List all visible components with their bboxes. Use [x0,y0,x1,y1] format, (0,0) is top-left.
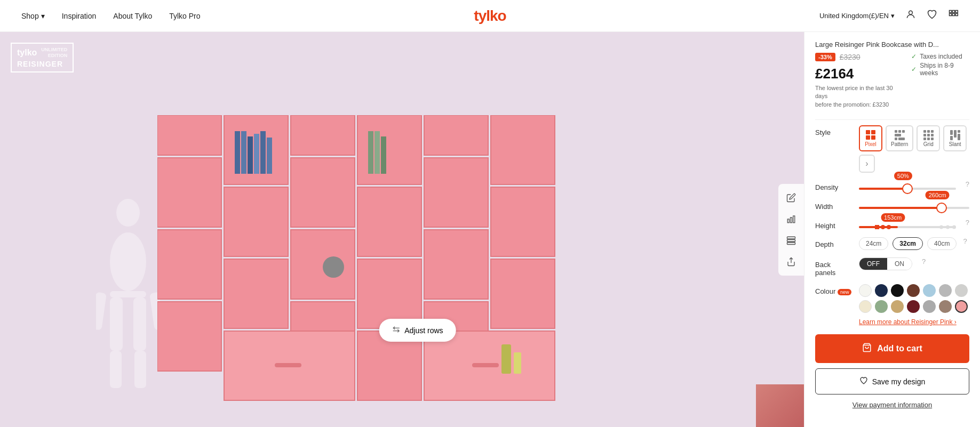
width-track[interactable]: 260cm [859,207,969,209]
style-option-pattern[interactable]: Pattern [886,125,913,151]
style-option-more[interactable]: › [859,155,875,173]
swatch-tan[interactable] [891,300,904,313]
back-panels-on[interactable]: ON [887,258,912,270]
nav-inspiration[interactable]: Inspiration [62,12,97,20]
swatch-brown[interactable] [907,284,920,297]
save-design-button[interactable]: Save my design [815,368,969,394]
style-option-pixel[interactable]: Pixel [859,125,882,151]
height-thumb-2[interactable] [881,225,885,229]
depth-40cm[interactable]: 40cm [927,237,957,250]
cart-icon [862,343,872,355]
view-payment-button[interactable]: View payment information [815,401,969,409]
colour-link-text[interactable]: Reisinger Pink › [911,318,957,326]
swatch-white[interactable] [859,284,872,297]
colour-swatches-wrap: Learn more about Reisinger Pink › [859,284,969,326]
svg-rect-21 [224,187,288,256]
grid-label: Grid [923,141,934,147]
depth-24cm[interactable]: 24cm [859,237,888,250]
height-thumb-1[interactable] [875,225,879,229]
svg-rect-87 [954,130,957,138]
svg-rect-42 [275,363,301,367]
view-payment-label: View payment information [852,401,932,409]
swatch-pink[interactable] [955,300,968,313]
svg-rect-77 [923,130,926,133]
swatch-light-grey[interactable] [955,284,968,297]
width-config-row: Width 260cm [815,199,969,211]
current-price: £2164 [815,66,854,82]
svg-rect-88 [958,130,960,133]
nav-pro-label: Tylko Pro [169,12,200,20]
product-thumbnail[interactable] [756,384,804,427]
swatch-navy[interactable] [875,284,888,297]
swatch-black[interactable] [891,284,904,297]
svg-rect-30 [357,259,421,328]
svg-rect-5 [952,13,954,15]
svg-rect-33 [424,230,488,299]
heart-icon[interactable] [927,9,937,22]
svg-rect-14 [96,292,107,331]
svg-point-0 [909,11,913,14]
svg-rect-79 [931,130,934,133]
height-dot-3[interactable] [952,225,956,229]
svg-rect-81 [927,134,930,136]
style-config-row: Style Pixel [815,125,969,173]
height-dot-1[interactable] [939,225,943,229]
user-icon[interactable] [905,9,916,22]
price-note: The lowest price in the last 30 days bef… [815,84,901,109]
swatch-silver[interactable] [939,284,952,297]
right-panel: Large Reisinger Pink Bookcase with D... … [804,32,980,427]
nav-pro[interactable]: Tylko Pro [169,12,200,20]
density-help-icon[interactable]: ? [966,180,969,188]
back-panels-off[interactable]: OFF [859,258,887,270]
svg-rect-63 [787,237,795,239]
swatch-sky[interactable] [923,284,936,297]
svg-rect-27 [291,115,355,155]
svg-rect-36 [491,115,555,184]
settings-tool[interactable] [782,231,801,250]
density-track[interactable]: 50% [859,188,956,190]
svg-rect-11 [133,297,146,351]
swatch-burgundy[interactable] [907,300,920,313]
share-tool[interactable] [782,252,801,271]
add-to-cart-button[interactable]: Add to cart [815,334,969,363]
pencil-tool[interactable] [782,188,801,207]
nav-shop[interactable]: Shop ▾ [21,12,45,20]
back-panels-help-icon[interactable]: ? [922,257,926,265]
depth-config-row: Depth 24cm 32cm 40cm ? [815,237,969,250]
svg-rect-50 [368,131,373,174]
locale-selector[interactable]: United Kingdom(£)/EN ▾ [819,12,895,20]
add-to-cart-label: Add to cart [877,344,922,353]
density-thumb[interactable]: 50% [902,183,913,194]
depth-options: 24cm 32cm 40cm [859,237,957,250]
depth-help-icon[interactable]: ? [963,237,967,245]
height-help-icon[interactable]: ? [966,219,969,227]
svg-point-8 [110,232,146,291]
chart-tool[interactable] [782,210,801,229]
product-title: Large Reisinger Pink Bookcase with D... [815,41,969,49]
nav-about[interactable]: About Tylko [113,12,152,20]
svg-rect-38 [491,259,555,328]
svg-rect-62 [793,216,795,223]
cart-icon[interactable] [948,9,959,22]
swatch-cream[interactable] [859,300,872,313]
side-tools [778,184,804,276]
depth-32cm[interactable]: 32cm [893,237,923,250]
slant-label: Slant [949,141,961,147]
adjust-rows-button[interactable]: Adjust rows [379,319,456,342]
height-thumb-3[interactable] [887,225,891,229]
swatch-taupe[interactable] [939,300,952,313]
nav-logo[interactable]: tylko [474,7,506,25]
height-slider: 153cm [859,219,956,228]
style-option-grid[interactable]: Grid [917,125,940,151]
swatch-mid-grey[interactable] [923,300,936,313]
svg-rect-25 [291,230,355,299]
svg-rect-85 [931,138,934,140]
style-option-slant[interactable]: Slant [943,125,967,151]
height-dot-2[interactable] [946,225,950,229]
swatch-sage[interactable] [875,300,888,313]
svg-rect-52 [381,136,386,174]
style-label: Style [815,125,852,136]
width-thumb[interactable]: 260cm [936,203,947,213]
svg-rect-80 [923,134,926,136]
height-track[interactable]: 153cm [859,226,956,228]
